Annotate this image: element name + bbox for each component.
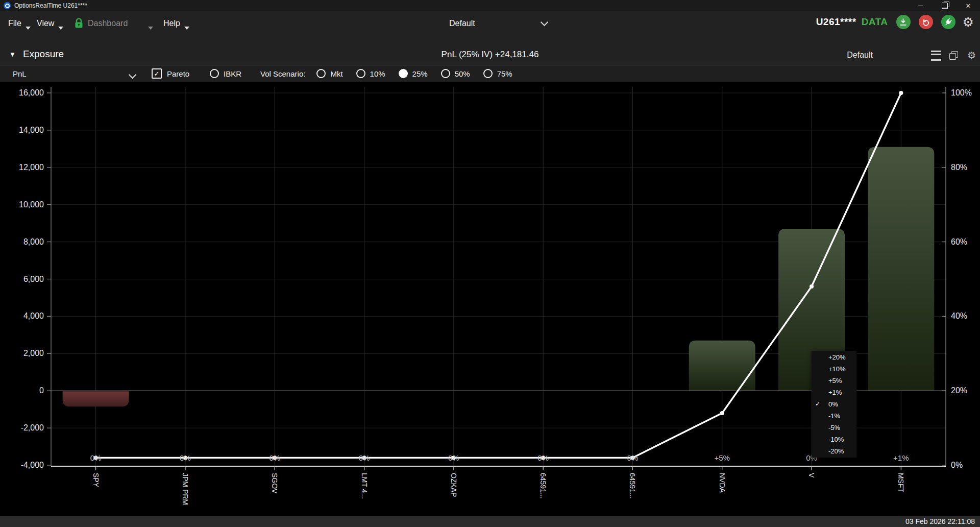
chart-controls: PnL ✓ Pareto IBKR Vol Scenario: Mkt10%25… <box>0 65 980 82</box>
pnl-bar-SPY[interactable] <box>63 391 129 406</box>
ibkr-radio[interactable]: IBKR <box>210 65 241 82</box>
vol-radio-25[interactable]: 25% <box>399 69 428 78</box>
pareto-label: Pareto <box>167 69 189 78</box>
svg-text:12,000: 12,000 <box>19 163 44 172</box>
context-menu-item-label: 0% <box>828 400 838 408</box>
minimize-button[interactable] <box>912 0 929 11</box>
category-label: OZKAP <box>450 473 458 497</box>
hamburger-menu-icon[interactable] <box>931 51 941 61</box>
context-menu-item[interactable]: +10% <box>812 363 856 375</box>
context-menu-item-label: -5% <box>828 424 840 432</box>
radio-selected-icon <box>399 69 408 78</box>
menu-help[interactable]: Help <box>163 11 189 36</box>
context-menu-item[interactable]: -10% <box>812 434 856 445</box>
download-icon[interactable] <box>896 15 911 29</box>
svg-text:10,000: 10,000 <box>19 200 44 209</box>
category-label: MSFT <box>897 473 905 493</box>
radio-unselected-icon <box>356 69 365 78</box>
svg-text:0%: 0% <box>359 453 370 462</box>
pnl-summary: PnL (25% IV) +24,181.46 <box>0 50 980 60</box>
category-label: SGOV <box>271 473 279 494</box>
context-menu-item[interactable]: -20% <box>812 445 856 457</box>
vol-scenario-label: Vol Scenario: <box>260 69 305 78</box>
chevron-down-icon <box>26 27 31 30</box>
svg-text:0: 0 <box>39 386 44 395</box>
category-label: V <box>807 473 816 478</box>
metric-dropdown-value: PnL <box>13 69 27 78</box>
menu-dashboard[interactable]: Dashboard <box>75 11 153 36</box>
vol-radio-label: 50% <box>455 69 470 78</box>
context-menu-item-label: -10% <box>828 436 844 443</box>
pnl-bar-MSFT[interactable] <box>868 147 934 391</box>
context-menu-item-label: -1% <box>828 412 840 420</box>
reset-icon[interactable] <box>919 15 933 29</box>
svg-text:2,000: 2,000 <box>23 349 44 357</box>
svg-text:4,000: 4,000 <box>23 312 44 320</box>
restore-button[interactable] <box>936 0 953 11</box>
close-button[interactable]: ✕ <box>960 0 977 11</box>
svg-text:0%: 0% <box>180 453 191 462</box>
context-menu-item[interactable]: +20% <box>812 351 856 363</box>
vol-radio-label: 10% <box>370 69 385 78</box>
svg-text:0%: 0% <box>269 453 280 462</box>
settings-gear-icon[interactable]: ⚙ <box>963 15 974 29</box>
radio-unselected-icon <box>483 69 493 78</box>
menu-dashboard-label: Dashboard <box>88 19 128 28</box>
vol-radio-Mkt[interactable]: Mkt <box>316 69 342 78</box>
panel-preset[interactable]: Default <box>847 51 873 60</box>
context-menu-item[interactable]: +5% <box>812 375 856 387</box>
menu-help-label: Help <box>163 19 180 28</box>
data-status-badge: DATA <box>862 16 888 28</box>
svg-text:16,000: 16,000 <box>19 88 44 97</box>
account-id: U261**** <box>816 16 856 28</box>
svg-text:80%: 80% <box>951 163 967 172</box>
category-label: NVDA <box>718 473 726 493</box>
context-menu-item[interactable]: -5% <box>812 422 856 434</box>
menu-file[interactable]: File <box>8 11 31 36</box>
connection-plug-icon[interactable] <box>941 15 955 29</box>
svg-text:+5%: +5% <box>715 453 730 462</box>
title-bar: OptionsRealTime U261**** ✕ <box>0 0 980 11</box>
chevron-down-icon <box>540 18 548 26</box>
ibkr-label: IBKR <box>224 69 241 78</box>
context-menu-item-label: +10% <box>828 365 846 373</box>
vol-radio-label: 75% <box>497 69 512 78</box>
context-menu-item-label: +1% <box>828 389 842 396</box>
vol-radio-10[interactable]: 10% <box>356 69 385 78</box>
checkbox-checked-icon: ✓ <box>152 68 162 79</box>
radio-unselected-icon <box>210 69 219 78</box>
category-label: SPY <box>92 473 100 488</box>
panel-header: ▼ Exposure PnL (25% IV) +24,181.46 Defau… <box>0 36 980 65</box>
window-title: OptionsRealTime U261**** <box>14 2 87 9</box>
context-menu-item[interactable]: +1% <box>812 387 856 398</box>
duplicate-window-icon[interactable] <box>950 52 957 59</box>
svg-text:+1%: +1% <box>893 453 909 462</box>
context-menu-item-label: +5% <box>828 377 842 385</box>
app-icon <box>4 2 11 9</box>
vol-radio-75[interactable]: 75% <box>483 69 512 78</box>
layout-preset-dropdown[interactable]: Default <box>449 11 547 36</box>
context-menu-item[interactable]: -1% <box>812 410 856 422</box>
vol-radio-50[interactable]: 50% <box>441 69 470 78</box>
vol-radio-label: 25% <box>412 69 428 78</box>
radio-unselected-icon <box>441 69 450 78</box>
context-menu-item-label: +20% <box>828 353 846 361</box>
svg-text:40%: 40% <box>951 312 967 320</box>
svg-text:0%: 0% <box>951 461 963 469</box>
svg-text:60%: 60% <box>951 237 967 246</box>
pnl-bar-NVDA[interactable] <box>689 341 755 391</box>
svg-text:0%: 0% <box>537 453 549 462</box>
account-group: U261**** DATA ⚙ <box>816 11 980 33</box>
radio-unselected-icon <box>316 69 326 78</box>
chevron-down-icon <box>58 27 63 30</box>
context-menu-item-label: -20% <box>828 447 844 455</box>
menu-view[interactable]: View <box>37 11 63 36</box>
svg-text:0%: 0% <box>90 453 102 462</box>
chevron-down-icon <box>184 27 189 30</box>
panel-settings-gear-icon[interactable]: ⚙ <box>967 52 976 60</box>
pareto-checkbox[interactable]: ✓ Pareto <box>152 65 189 82</box>
context-menu-item[interactable]: ✓0% <box>812 398 856 410</box>
metric-dropdown[interactable]: PnL <box>13 65 135 82</box>
lock-icon <box>75 18 83 30</box>
chevron-down-icon <box>148 27 153 30</box>
